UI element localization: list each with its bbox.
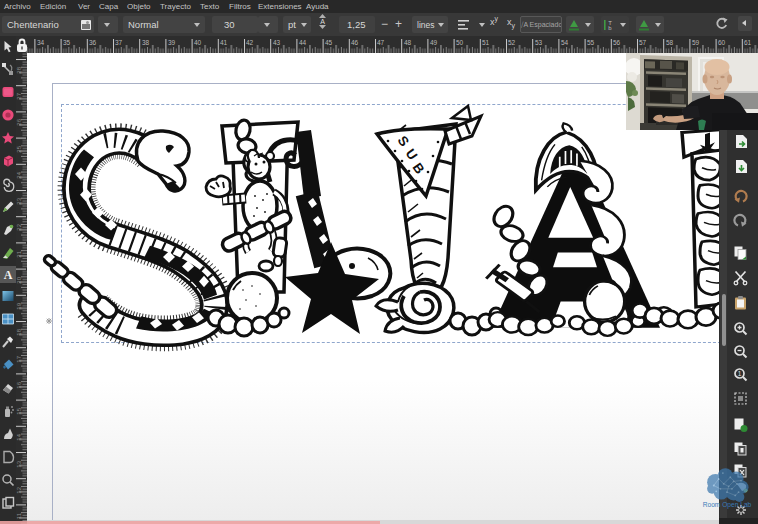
svg-text:50: 50: [456, 39, 464, 46]
svg-text:24: 24: [16, 171, 22, 178]
svg-text:A: A: [320, 18, 325, 25]
svg-text:44: 44: [299, 39, 307, 46]
svg-text:25: 25: [16, 145, 22, 152]
svg-text:45: 45: [325, 39, 333, 46]
svg-text:56: 56: [613, 39, 621, 46]
svg-text:46: 46: [351, 39, 359, 46]
svg-text:11: 11: [16, 512, 22, 519]
svg-text:16: 16: [16, 381, 22, 388]
svg-text:42: 42: [246, 39, 254, 46]
svg-text:51: 51: [482, 39, 490, 46]
svg-text:55: 55: [587, 39, 595, 46]
svg-text:54: 54: [561, 39, 569, 46]
svg-text:12: 12: [16, 486, 22, 493]
svg-text:49: 49: [430, 39, 438, 46]
svg-text:37: 37: [115, 39, 123, 46]
svg-text:19: 19: [16, 302, 22, 309]
svg-text:39: 39: [168, 39, 176, 46]
svg-text:A: A: [4, 268, 13, 282]
svg-text:1: 1: [738, 370, 742, 377]
svg-text:57: 57: [639, 39, 647, 46]
svg-text:36: 36: [89, 39, 97, 46]
svg-text:40: 40: [194, 39, 202, 46]
svg-text:48: 48: [404, 39, 412, 46]
svg-text:20: 20: [16, 276, 22, 283]
svg-text:52: 52: [508, 39, 516, 46]
svg-text:27: 27: [16, 92, 22, 99]
svg-text:38: 38: [142, 39, 150, 46]
svg-text:34: 34: [37, 39, 45, 46]
svg-text:60: 60: [718, 39, 726, 46]
svg-text:17: 17: [16, 355, 22, 362]
svg-text:58: 58: [666, 39, 674, 46]
svg-text:22: 22: [16, 223, 22, 230]
svg-text:59: 59: [692, 39, 700, 46]
svg-text:14: 14: [16, 433, 22, 440]
svg-text:26: 26: [16, 118, 22, 125]
svg-text:21: 21: [16, 250, 22, 257]
svg-text:35: 35: [63, 39, 71, 46]
svg-text:15: 15: [16, 407, 22, 414]
svg-text:43: 43: [273, 39, 281, 46]
svg-text:53: 53: [535, 39, 543, 46]
svg-text:13: 13: [16, 460, 22, 467]
svg-text:47: 47: [377, 39, 385, 46]
svg-text:18: 18: [16, 328, 22, 335]
svg-text:23: 23: [16, 197, 22, 204]
svg-text:61: 61: [744, 39, 752, 46]
svg-text:41: 41: [220, 39, 228, 46]
svg-text:Room Open Lab: Room Open Lab: [703, 501, 752, 509]
svg-text:28: 28: [16, 66, 22, 73]
